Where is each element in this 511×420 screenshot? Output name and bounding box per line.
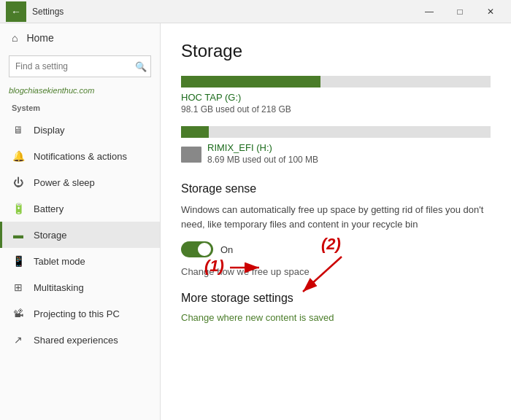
- back-button[interactable]: ←: [6, 1, 26, 22]
- titlebar-title: Settings: [32, 7, 415, 17]
- drive-bar-rimix: [181, 126, 491, 138]
- sidebar-item-battery[interactable]: 🔋 Battery: [0, 195, 160, 222]
- sidebar-item-power[interactable]: ⏻ Power & sleep: [0, 169, 160, 195]
- drive-icon-row-rimix: RIMIX_EFI (H:) 8.69 MB used out of 100 M…: [181, 126, 491, 165]
- tablet-icon: 📱: [12, 255, 25, 267]
- drive-label-hoctap[interactable]: HOC TAP (G:): [181, 92, 491, 103]
- content-area: Storage HOC TAP (G:) 98.1 GB used out of…: [161, 23, 511, 420]
- sidebar-label-power: Power & sleep: [34, 177, 95, 188]
- home-icon: ⌂: [12, 32, 18, 44]
- sidebar-label-storage: Storage: [34, 230, 67, 241]
- storage-drives: HOC TAP (G:) 98.1 GB used out of 218 GB …: [181, 76, 491, 165]
- sidebar-item-storage[interactable]: ▬ Storage: [0, 222, 160, 248]
- drive-fill-hoctap: [181, 76, 320, 88]
- toggle-row: On: [181, 241, 491, 257]
- drive-item-rimix: RIMIX_EFI (H:) 8.69 MB used out of 100 M…: [181, 126, 491, 165]
- sidebar-label-battery: Battery: [34, 203, 64, 214]
- projecting-icon: 📽: [12, 308, 25, 319]
- drive-fill-rimix: [181, 126, 209, 138]
- sidebar-item-projecting[interactable]: 📽 Projecting to this PC: [0, 300, 160, 327]
- storage-sense-desc: Windows can automatically free up space …: [181, 203, 491, 231]
- sidebar-section-system: System: [0, 101, 160, 117]
- more-settings-title: More storage settings: [181, 292, 491, 305]
- sidebar: ⌂ Home 🔍 blogchiasekienthuc.com System 🖥…: [0, 23, 161, 420]
- sidebar-item-home[interactable]: ⌂ Home: [0, 23, 160, 52]
- search-input[interactable]: [9, 55, 151, 77]
- main-layout: ⌂ Home 🔍 blogchiasekienthuc.com System 🖥…: [0, 23, 511, 420]
- storage-sense-title: Storage sense: [181, 182, 491, 195]
- close-button[interactable]: ✕: [476, 1, 505, 22]
- sidebar-item-multitasking[interactable]: ⊞ Multitasking: [0, 274, 160, 300]
- storage-icon: ▬: [12, 229, 25, 241]
- page-title: Storage: [181, 41, 491, 61]
- sidebar-item-notifications[interactable]: 🔔 Notifications & actions: [0, 143, 160, 169]
- multitasking-icon: ⊞: [12, 281, 25, 293]
- sidebar-label-shared: Shared experiences: [34, 335, 118, 346]
- battery-icon: 🔋: [12, 203, 25, 214]
- sidebar-label-multitasking: Multitasking: [34, 282, 84, 293]
- drive-label-rimix[interactable]: RIMIX_EFI (H:): [207, 142, 318, 153]
- drive-item-hoctap: HOC TAP (G:) 98.1 GB used out of 218 GB: [181, 76, 491, 114]
- sidebar-label-projecting: Projecting to this PC: [34, 308, 120, 319]
- sidebar-item-shared[interactable]: ↗ Shared experiences: [0, 327, 160, 353]
- drive-info-hoctap: 98.1 GB used out of 218 GB: [181, 104, 491, 114]
- drive-bar-hoctap: [181, 76, 491, 88]
- disk-icon-rimix: [181, 147, 201, 163]
- sidebar-label-tablet: Tablet mode: [34, 256, 85, 267]
- maximize-button[interactable]: □: [445, 1, 474, 22]
- display-icon: 🖥: [12, 124, 25, 136]
- power-icon: ⏻: [12, 176, 25, 188]
- toggle-label: On: [220, 244, 233, 255]
- sidebar-item-tablet[interactable]: 📱 Tablet mode: [0, 248, 160, 274]
- minimize-button[interactable]: —: [415, 1, 444, 22]
- drive-info-rimix: 8.69 MB used out of 100 MB: [207, 155, 318, 165]
- watermark-text: blogchiasekienthuc.com: [0, 83, 160, 101]
- home-label: Home: [26, 32, 53, 44]
- search-box: 🔍: [9, 55, 151, 77]
- change-content-saved-link[interactable]: Change where new content is saved: [181, 312, 491, 323]
- sidebar-label-notifications: Notifications & actions: [34, 151, 127, 162]
- window-controls: — □ ✕: [415, 1, 505, 22]
- titlebar: ← Settings — □ ✕: [0, 0, 511, 23]
- storage-sense-toggle[interactable]: [181, 241, 213, 257]
- shared-icon: ↗: [12, 334, 25, 346]
- sidebar-item-display[interactable]: 🖥 Display: [0, 117, 160, 143]
- toggle-knob: [198, 243, 211, 256]
- sidebar-label-display: Display: [34, 125, 65, 136]
- change-freespace-link[interactable]: Change how we free up space: [181, 266, 310, 277]
- search-icon: 🔍: [135, 61, 147, 72]
- notifications-icon: 🔔: [12, 150, 25, 162]
